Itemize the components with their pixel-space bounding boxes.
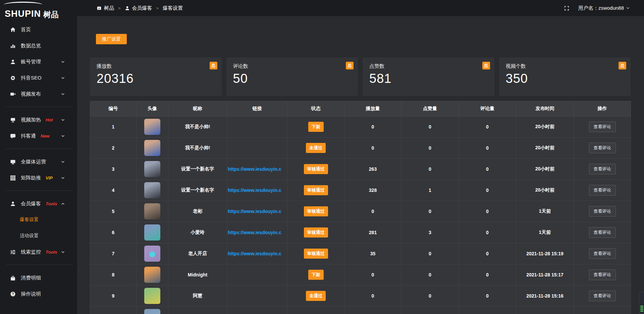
- sidebar-item-clue-monitor[interactable]: 线索监控Tools: [0, 244, 77, 260]
- avatar: [144, 161, 160, 177]
- sidebar-item-video-heat[interactable]: 视频加热Hot: [0, 112, 77, 128]
- chevron-up-icon: [61, 202, 65, 206]
- status-badge[interactable]: 审核通过: [304, 164, 328, 174]
- status-badge[interactable]: 审核通过: [304, 227, 328, 238]
- link-cell: https://www.iesdouyin.c: [227, 243, 287, 264]
- comments-cell: 0: [459, 180, 516, 201]
- sidebar: SHUPIN 树品 首页数据总览账号管理抖音SEO视频发布视频加热Hot抖客通N…: [0, 0, 77, 314]
- sidebar-item-badge: Tools: [46, 201, 57, 206]
- breadcrumb-item[interactable]: 树品: [97, 5, 114, 11]
- comments-cell: 0: [459, 201, 516, 222]
- sidebar-item-consume-detail[interactable]: 消费明细: [0, 270, 77, 286]
- row-number-cell: 9: [90, 285, 137, 307]
- view-comments-button[interactable]: 查看评论: [589, 143, 616, 153]
- sidebar-item-data-overview[interactable]: 数据总览: [0, 38, 77, 54]
- link-cell: [227, 307, 287, 314]
- topbar-user-area: 用户名：zswodun88: [564, 5, 630, 11]
- plays-cell: 0: [344, 138, 401, 159]
- view-comments-button[interactable]: 查看评论: [589, 227, 616, 238]
- likes-cell: [401, 307, 459, 314]
- username-dropdown[interactable]: 用户名：zswodun88: [578, 5, 630, 11]
- sidebar-item-matrix-boost[interactable]: 矩阵助推VIP: [0, 170, 77, 186]
- column-header: 链接: [227, 101, 287, 116]
- row-number-cell: 4: [90, 180, 137, 201]
- column-header: 发布时间: [516, 101, 574, 116]
- view-comments-button[interactable]: 查看评论: [589, 248, 616, 259]
- plays-cell: 328: [344, 180, 401, 201]
- chat-icon: [10, 133, 16, 139]
- video-link[interactable]: https://www.iesdouyin.c: [227, 166, 287, 172]
- sidebar-item-douketong[interactable]: 抖客通New: [0, 128, 77, 144]
- sidebar-item-douyin-seo[interactable]: 抖音SEO: [0, 70, 77, 86]
- video-icon: [10, 91, 16, 97]
- help-icon: ?: [10, 291, 16, 297]
- video-link[interactable]: https://www.iesdouyin.c: [227, 209, 287, 214]
- view-comments-button[interactable]: 查看评论: [589, 291, 616, 301]
- action-cell: 查看评论: [574, 243, 631, 264]
- green-bar: [640, 309, 643, 310]
- avatar: [144, 203, 160, 219]
- status-cell: 下架: [287, 116, 344, 138]
- nickname-cell: 设置一个新名字: [168, 159, 227, 180]
- status-cell: 未通过: [287, 285, 344, 307]
- chevron-down-icon: [61, 76, 65, 80]
- sidebar-subitem-activity-settings[interactable]: 活动设置: [0, 228, 77, 244]
- column-header: 昵称: [168, 101, 227, 116]
- view-comments-button[interactable]: 查看评论: [589, 185, 616, 196]
- app-icon: [97, 6, 102, 11]
- sidebar-item-help[interactable]: ?操作说明: [0, 286, 77, 302]
- view-comments-button[interactable]: 查看评论: [589, 206, 616, 217]
- breadcrumb-item[interactable]: 爆客设置: [163, 5, 183, 11]
- home-icon: [10, 27, 16, 33]
- status-badge[interactable]: 下架: [308, 122, 324, 132]
- sidebar-item-account-manage[interactable]: 账号管理: [0, 54, 77, 70]
- breadcrumb-label: 树品: [104, 5, 114, 11]
- green-bar: [640, 307, 643, 308]
- sidebar-subitem-baoke-settings[interactable]: 爆客设置: [0, 212, 77, 228]
- stat-card-value: 581: [369, 71, 488, 86]
- comments-cell: [459, 307, 516, 314]
- video-link[interactable]: https://www.iesdouyin.c: [227, 251, 287, 256]
- status-badge[interactable]: 未通过: [306, 143, 326, 153]
- status-badge[interactable]: 下架: [308, 270, 324, 280]
- stat-card-label: 点赞数: [369, 63, 488, 69]
- column-header: 播放量: [344, 101, 401, 116]
- fullscreen-icon[interactable]: [564, 5, 570, 11]
- action-cell: 查看评论: [574, 138, 631, 159]
- breadcrumb-item[interactable]: 会员爆客: [125, 5, 152, 11]
- breadcrumb-label: 会员爆客: [132, 5, 152, 11]
- sliders-icon: [10, 249, 16, 255]
- status-badge[interactable]: 审核通过: [304, 185, 328, 195]
- status-badge[interactable]: 审核通过: [304, 206, 328, 216]
- status-badge[interactable]: 未通过: [306, 291, 326, 301]
- view-comments-button[interactable]: 查看评论: [589, 164, 616, 174]
- status-cell: 下架: [287, 264, 344, 285]
- sidebar-item-media-ops[interactable]: 全媒体运营: [0, 154, 77, 170]
- status-badge[interactable]: 审核通过: [304, 249, 328, 259]
- green-bar: [640, 311, 643, 312]
- brand-logo[interactable]: SHUPIN 树品: [0, 0, 77, 21]
- nickname-cell: 老人开店: [168, 243, 227, 264]
- stat-card: 评论数50总: [226, 57, 358, 96]
- view-comments-button[interactable]: 查看评论: [589, 121, 616, 132]
- publish-time-cell: [516, 307, 574, 314]
- sidebar-item-home[interactable]: 首页: [0, 21, 77, 38]
- sidebar-item-member-baoke[interactable]: 会员爆客Tools: [0, 196, 77, 212]
- column-header: 操作: [574, 101, 631, 116]
- sidebar-item-video-publish[interactable]: 视频发布: [0, 86, 77, 102]
- monitor-icon: [10, 159, 16, 165]
- table-row: 8Midnight下架0002021-11-28 15:17查看评论: [90, 264, 631, 285]
- floating-widget[interactable]: [639, 292, 644, 314]
- video-link[interactable]: https://www.iesdouyin.c: [227, 230, 287, 235]
- status-cell: 审核通过: [287, 180, 344, 201]
- view-comments-button[interactable]: 查看评论: [589, 269, 616, 280]
- video-link[interactable]: https://www.iesdouyin.c: [227, 188, 287, 193]
- promo-settings-button[interactable]: 推广设置: [96, 34, 127, 44]
- main-content: 推广设置 播放数20316总评论数50总点赞数581总视频个数350总 编号头像…: [77, 16, 644, 314]
- publish-time-cell: 20小时前: [516, 180, 574, 201]
- stat-card-label: 视频个数: [506, 63, 624, 69]
- likes-cell: 0: [401, 264, 459, 285]
- link-cell: [227, 264, 287, 285]
- avatar: [144, 119, 160, 135]
- status-cell: 审核通过: [287, 243, 344, 264]
